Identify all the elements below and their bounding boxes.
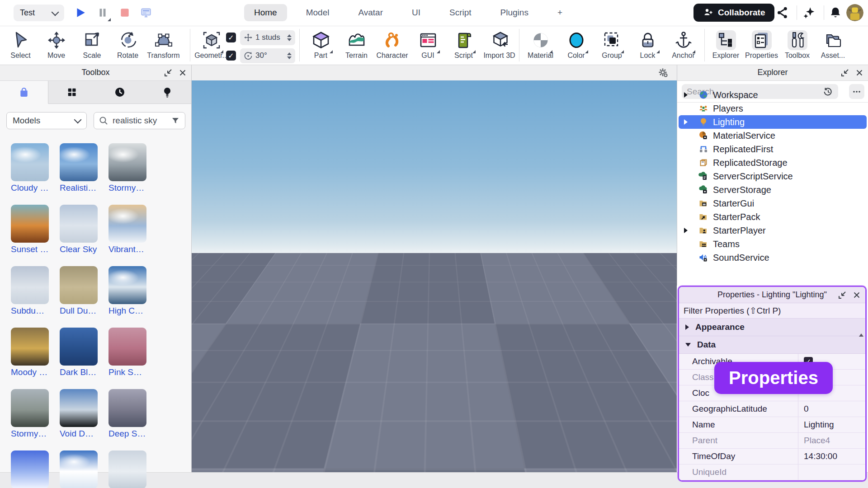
toolbox-item-label[interactable]: Realistic S... <box>60 183 98 193</box>
toolbox-item[interactable] <box>60 450 98 488</box>
toolbox-item-label[interactable]: Dull Dusk... <box>60 306 98 316</box>
toolbox-item-label[interactable]: Subdued... <box>11 306 49 316</box>
explorer-item-startergui[interactable]: StarterGui <box>679 197 867 210</box>
toolbox-item-dull-dusk-[interactable]: Dull Dusk... <box>60 266 98 316</box>
expand-arrow-icon[interactable] <box>684 92 688 98</box>
filter-icon[interactable] <box>170 116 180 126</box>
rotate-snap-field[interactable]: 30° <box>240 48 295 63</box>
toolbox-item-clear-sky[interactable]: Clear Sky <box>60 205 98 254</box>
sky-thumbnail[interactable] <box>60 205 98 243</box>
select-button[interactable]: Select <box>3 26 38 63</box>
share-button[interactable] <box>776 6 789 19</box>
explorer-item-serverscriptservice[interactable]: ServerScriptService <box>679 169 867 183</box>
sky-thumbnail[interactable] <box>108 389 146 427</box>
explorer-item-serverstorage[interactable]: ServerStorage <box>679 183 867 197</box>
explorer-item-lighting[interactable]: Lighting <box>679 115 867 129</box>
device-emulation-button[interactable] <box>139 6 153 19</box>
sky-thumbnail[interactable] <box>11 143 49 181</box>
collaborate-button[interactable]: Collaborate <box>693 4 774 22</box>
toolbox-item-label[interactable]: High Cont... <box>108 306 146 316</box>
sky-thumbnail[interactable] <box>60 143 98 181</box>
sky-thumbnail[interactable] <box>108 266 146 304</box>
account-avatar[interactable] <box>846 4 863 21</box>
explorer-button[interactable]: Explorer <box>708 26 744 63</box>
ribbon-tab-ui[interactable]: UI <box>402 4 430 21</box>
assistant-button[interactable] <box>802 6 816 19</box>
geometr--button[interactable]: Geometr... <box>193 26 229 63</box>
toolbox-item-cloudy-sky[interactable]: Cloudy Sky <box>11 143 49 193</box>
sky-thumbnail[interactable] <box>108 205 146 243</box>
gui-button[interactable]: GUI <box>410 26 446 63</box>
viewport-settings-button[interactable] <box>658 67 669 78</box>
sky-thumbnail[interactable] <box>60 328 98 366</box>
filter-properties-input[interactable]: Filter Properties (⇧Ctrl P) <box>679 303 865 319</box>
sky-thumbnail[interactable] <box>108 143 146 181</box>
anchor-button[interactable]: Anchor <box>665 26 701 63</box>
toolbox-item-pink-sunset[interactable]: Pink Sunset <box>108 328 146 377</box>
sky-thumbnail[interactable] <box>11 450 49 488</box>
3d-scene[interactable] <box>192 80 677 472</box>
close-icon[interactable] <box>854 68 864 78</box>
toolbox-tab-inventory[interactable] <box>48 81 96 103</box>
toolbox-item[interactable] <box>108 450 146 488</box>
explorer-item-players[interactable]: Players <box>679 102 867 115</box>
material-button[interactable]: Material <box>523 26 558 63</box>
explorer-item-starterplayer[interactable]: StarterPlayer <box>679 224 867 237</box>
sky-thumbnail[interactable] <box>11 266 49 304</box>
move-snap-checkbox[interactable]: ✓ <box>226 33 236 42</box>
lock-button[interactable]: Lock <box>630 26 665 63</box>
toolbox-tab-creations[interactable] <box>144 81 192 103</box>
toolbox-item-label[interactable]: Cloudy Sky <box>11 183 49 193</box>
ribbon-tab-home[interactable]: Home <box>244 4 287 21</box>
explorer-item-materialservice[interactable]: MaterialService <box>679 129 867 142</box>
explorer-item-workspace[interactable]: Workspace <box>679 88 867 102</box>
sky-thumbnail[interactable] <box>11 389 49 427</box>
properties-scroll-up[interactable] <box>859 333 864 338</box>
property-value[interactable]: Place4 <box>804 436 830 446</box>
toolbox-item-label[interactable]: Vibrant Su... <box>108 244 146 254</box>
toolbox-item-stormy-sky[interactable]: Stormy Sky <box>108 143 146 193</box>
move-snap-stepper[interactable] <box>287 34 292 41</box>
explorer-item-teams[interactable]: Teams <box>679 237 867 251</box>
dock-icon[interactable] <box>840 68 850 78</box>
toolbox-item-dark-blue-[interactable]: Dark Blue... <box>60 328 98 377</box>
section-appearance[interactable]: Appearance <box>679 319 865 336</box>
toolbox-item-vibrant-su-[interactable]: Vibrant Su... <box>108 205 146 254</box>
property-row-geographiclatitude[interactable]: GeographicLatitude0 <box>679 401 865 417</box>
play-button[interactable] <box>74 6 87 19</box>
pause-button[interactable] <box>96 6 109 19</box>
move-snap-field[interactable]: 1 studs <box>240 30 295 45</box>
toolbox-button[interactable]: Toolbox <box>779 26 815 63</box>
sky-thumbnail[interactable] <box>60 266 98 304</box>
rotate-button[interactable]: Rotate <box>110 26 146 63</box>
toolbox-tab-marketplace[interactable] <box>0 81 48 104</box>
toolbox-item-void-dark-[interactable]: Void Dark... <box>60 389 98 439</box>
ribbon-tab-avatar[interactable]: Avatar <box>348 4 393 21</box>
section-data[interactable]: Data <box>679 336 865 354</box>
toolbox-item-label[interactable]: Sunset Sky <box>11 244 49 254</box>
toolbox-item-high-cont-[interactable]: High Cont... <box>108 266 146 316</box>
notifications-button[interactable] <box>829 6 842 19</box>
sky-thumbnail[interactable] <box>60 450 98 488</box>
ribbon-tab--[interactable]: + <box>547 4 572 21</box>
script-button[interactable]: Script <box>446 26 481 63</box>
toolbox-item-label[interactable]: Clear Sky <box>60 244 98 254</box>
property-value[interactable]: 14:30:00 <box>804 451 837 461</box>
scale-button[interactable]: Scale <box>74 26 110 63</box>
experience-dropdown[interactable]: Test <box>14 5 64 21</box>
terrain-button[interactable]: Terrain <box>339 26 374 63</box>
category-dropdown[interactable]: Models <box>6 112 87 129</box>
toolbox-item-deep-storm[interactable]: Deep Storm <box>108 389 146 439</box>
character-button[interactable]: Character <box>374 26 410 63</box>
toolbox-search-input[interactable]: realistic sky <box>94 112 185 129</box>
asset--button[interactable]: Asset... <box>815 26 851 63</box>
toolbox-item-label[interactable]: Dark Blue... <box>60 367 98 377</box>
sky-thumbnail[interactable] <box>108 450 146 488</box>
toolbox-item-label[interactable]: Stormy Pa... <box>11 429 49 439</box>
ribbon-tab-script[interactable]: Script <box>439 4 481 21</box>
sky-thumbnail[interactable] <box>11 205 49 243</box>
toolbox-item-subdued-[interactable]: Subdued... <box>11 266 49 316</box>
group-button[interactable]: Group <box>594 26 630 63</box>
property-row-parent[interactable]: ParentPlace4 <box>679 433 865 449</box>
toolbox-item-label[interactable]: Deep Storm <box>108 429 146 439</box>
